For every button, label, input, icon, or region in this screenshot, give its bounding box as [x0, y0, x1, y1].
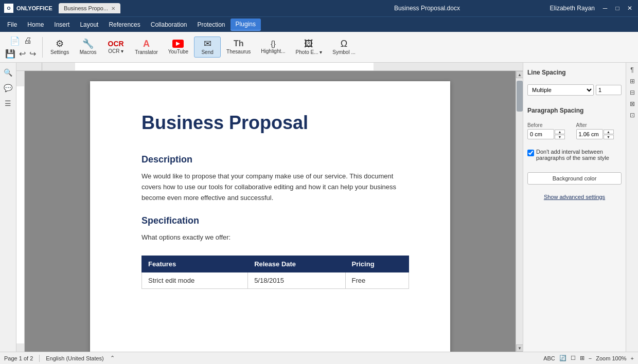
tab-close-icon[interactable]: ✕ — [111, 6, 115, 11]
paragraph-align-icon[interactable]: ¶ — [627, 65, 637, 75]
undo-icon[interactable]: ↩ — [18, 48, 27, 60]
symbol-button[interactable]: Ω Symbol ... — [328, 37, 360, 58]
language-info[interactable]: English (United States) — [46, 355, 104, 361]
table-row: Strict edit mode 5/18/2015 Free — [142, 272, 409, 289]
toolbar: 📄 🖨 💾 ↩ ↪ ⚙ Settings 🔧 Macros OCR OCR ▾ … — [0, 32, 638, 63]
menu-collaboration[interactable]: Collaboration — [146, 19, 192, 30]
comment-status-icon[interactable]: ☐ — [571, 355, 576, 361]
spacing-after-input[interactable] — [576, 129, 603, 139]
menu-plugins[interactable]: Plugins — [231, 19, 261, 31]
comments-icon[interactable]: 💬 — [3, 82, 14, 94]
scroll-thumb[interactable] — [517, 81, 523, 112]
redo-icon[interactable]: ↪ — [28, 48, 37, 60]
line-spacing-value-input[interactable] — [596, 85, 622, 95]
scroll-track[interactable] — [516, 78, 523, 344]
language-icon[interactable]: ⌃ — [110, 355, 115, 361]
tabs-area: Business Propo... ✕ — [59, 3, 304, 13]
advanced-settings-link[interactable]: Show advanced settings — [527, 194, 622, 200]
doc-scroll-area: Business Proposal Description We would l… — [16, 71, 523, 352]
tab-label: Business Propo... — [64, 5, 108, 11]
section-description-heading: Description — [141, 154, 409, 165]
scroll-up-button[interactable]: ▲ — [516, 71, 523, 78]
window-title: Business Proposal.docx — [304, 5, 550, 12]
layout-icon[interactable]: ⊞ — [580, 355, 584, 361]
maximize-button[interactable]: □ — [613, 4, 622, 12]
app-logo: O ONLYOFFICE — [4, 4, 52, 13]
minimize-button[interactable]: ─ — [601, 4, 609, 12]
app-name: ONLYOFFICE — [16, 5, 52, 11]
thesaurus-label: Thesaurus — [226, 49, 251, 54]
send-label: Send — [201, 49, 213, 55]
image-icon[interactable]: ⊟ — [627, 87, 637, 98]
before-label: Before — [527, 122, 573, 128]
line-spacing-title: Line Spacing — [527, 69, 622, 76]
zoom-level: Zoom 100% — [596, 355, 626, 361]
settings-label: Settings — [50, 49, 69, 55]
spacing-after-col: After ▲ ▼ — [576, 122, 622, 139]
thesaurus-button[interactable]: Th Thesaurus — [222, 37, 255, 57]
section-specification-heading: Specification — [141, 215, 409, 226]
signature-icon[interactable]: ⊡ — [627, 110, 637, 120]
new-doc-icon[interactable]: 📄 — [9, 35, 21, 47]
ocr-label: OCR ▾ — [108, 48, 123, 54]
photo-editor-label: Photo E... ▾ — [296, 49, 323, 55]
table-cell-price[interactable]: Free — [345, 272, 409, 289]
photo-editor-button[interactable]: 🖼 Photo E... ▾ — [291, 37, 327, 58]
settings-button[interactable]: ⚙ Settings — [46, 37, 74, 58]
user-name: Elizabeth Rayan — [550, 5, 595, 12]
menu-home[interactable]: Home — [22, 19, 49, 30]
features-table: Features Release Date Pricing Strict edi… — [141, 256, 409, 289]
main-area: 🔍 💬 ☰ // Will be drawn via JS below — [0, 63, 638, 352]
status-sep-1 — [39, 355, 40, 362]
document-title: Business Proposal — [141, 112, 409, 134]
document-tab[interactable]: Business Propo... ✕ — [59, 3, 120, 13]
bg-color-button[interactable]: Background color — [527, 172, 622, 185]
table-cell-date[interactable]: 5/18/2015 — [248, 272, 345, 289]
toc-icon[interactable]: ☰ — [3, 98, 14, 109]
track-changes-icon[interactable]: 🔄 — [559, 355, 566, 361]
menu-insert[interactable]: Insert — [49, 19, 75, 30]
no-interval-checkbox[interactable] — [527, 150, 534, 156]
left-sidebar: 🔍 💬 ☰ — [0, 63, 16, 352]
ocr-button[interactable]: OCR OCR ▾ — [102, 38, 129, 57]
print-icon[interactable]: 🖨 — [23, 35, 33, 47]
after-increment-button[interactable]: ▲ — [604, 130, 614, 134]
logo-icon: O — [4, 4, 13, 13]
chart-icon[interactable]: ⊠ — [627, 99, 637, 109]
spell-check-icon[interactable]: ABC — [543, 355, 555, 361]
zoom-in-icon[interactable]: + — [631, 355, 634, 361]
svg-rect-1 — [75, 63, 374, 70]
status-bar: Page 1 of 2 English (United States) ⌃ AB… — [0, 352, 638, 364]
doc-area: // Will be drawn via JS below Business P… — [16, 63, 523, 352]
save-icon[interactable]: 💾 — [4, 48, 16, 60]
menu-layout[interactable]: Layout — [75, 19, 103, 30]
title-bar: O ONLYOFFICE Business Propo... ✕ Busines… — [0, 0, 638, 16]
youtube-button[interactable]: YouTube — [164, 37, 193, 57]
ruler: // Will be drawn via JS below — [16, 63, 523, 71]
section-description-content[interactable]: We would like to propose that your compa… — [141, 171, 409, 203]
table-cell-feature[interactable]: Strict edit mode — [142, 272, 248, 289]
document-viewport[interactable]: Business Proposal Description We would l… — [25, 71, 516, 352]
translator-label: Translator — [135, 49, 158, 55]
translator-button[interactable]: A Translator — [130, 37, 163, 58]
paragraph-spacing-title: Paragraph Spacing — [527, 107, 622, 114]
status-right: ABC 🔄 ☐ ⊞ − Zoom 100% + — [543, 355, 634, 361]
menu-references[interactable]: References — [103, 19, 145, 30]
scroll-down-button[interactable]: ▼ — [516, 344, 523, 352]
line-spacing-type-select[interactable]: Multiple Single 1.5 lines Double At leas… — [527, 84, 594, 96]
before-increment-button[interactable]: ▲ — [555, 130, 565, 134]
close-button[interactable]: ✕ — [626, 4, 634, 12]
spacing-before-input[interactable] — [527, 129, 554, 139]
macros-button[interactable]: 🔧 Macros — [75, 37, 101, 58]
zoom-out-icon[interactable]: − — [589, 355, 592, 361]
table-icon[interactable]: ⊞ — [627, 76, 637, 86]
send-icon: ✉ — [204, 39, 211, 48]
before-decrement-button[interactable]: ▼ — [555, 135, 565, 139]
send-button[interactable]: ✉ Send — [194, 37, 221, 58]
highlight-button[interactable]: {} Highlight... — [256, 38, 290, 57]
after-decrement-button[interactable]: ▼ — [604, 135, 614, 139]
youtube-icon — [172, 40, 184, 48]
menu-file[interactable]: File — [2, 19, 22, 30]
search-icon[interactable]: 🔍 — [3, 67, 14, 78]
menu-protection[interactable]: Protection — [192, 19, 231, 30]
